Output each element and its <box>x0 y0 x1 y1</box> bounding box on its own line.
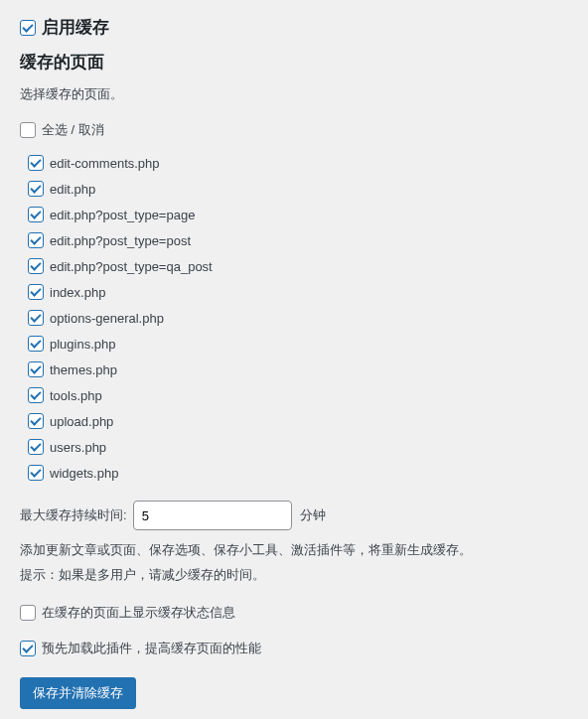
select-all-label: 全选 / 取消 <box>42 121 104 139</box>
page-item-label: index.php <box>50 285 105 300</box>
page-item-label: edit-comments.php <box>50 156 160 171</box>
cached-pages-description: 选择缓存的页面。 <box>20 85 568 103</box>
preload-label: 预先加载此插件，提高缓存页面的性能 <box>42 640 261 657</box>
cached-pages-title: 缓存的页面 <box>20 51 568 73</box>
duration-unit: 分钟 <box>300 506 326 524</box>
select-all-checkbox[interactable] <box>20 122 36 138</box>
page-item-label: widgets.php <box>50 466 118 481</box>
enable-cache-label: 启用缓存 <box>42 16 109 39</box>
page-item-label: edit.php?post_type=page <box>50 208 195 222</box>
page-item-checkbox[interactable] <box>28 258 44 274</box>
show-status-label: 在缓存的页面上显示缓存状态信息 <box>42 604 235 622</box>
page-item-checkbox[interactable] <box>28 207 44 222</box>
page-item-label: edit.php?post_type=qa_post <box>50 259 213 274</box>
page-item-checkbox[interactable] <box>28 439 44 455</box>
hint-line-1: 添加更新文章或页面、保存选项、保存小工具、激活插件等，将重新生成缓存。 <box>20 540 568 561</box>
page-item-checkbox[interactable] <box>28 413 44 429</box>
hint-line-2: 提示：如果是多用户，请减少缓存的时间。 <box>20 565 568 586</box>
page-item-checkbox[interactable] <box>28 465 44 481</box>
page-item-label: edit.php <box>50 182 95 197</box>
save-button[interactable]: 保存并清除缓存 <box>20 677 136 709</box>
page-item-checkbox[interactable] <box>28 387 44 403</box>
page-item-label: tools.php <box>50 388 102 403</box>
page-item-label: users.php <box>50 440 106 455</box>
page-item-checkbox[interactable] <box>28 181 44 197</box>
page-item-label: upload.php <box>50 414 113 429</box>
page-item-checkbox[interactable] <box>28 361 44 377</box>
preload-checkbox[interactable] <box>20 641 36 656</box>
page-item-label: plugins.php <box>50 337 116 352</box>
page-item-checkbox[interactable] <box>28 232 44 248</box>
page-item-label: edit.php?post_type=post <box>50 233 191 248</box>
page-item-checkbox[interactable] <box>28 310 44 326</box>
pages-list: edit-comments.phpedit.phpedit.php?post_t… <box>28 155 568 481</box>
page-item-label: themes.php <box>50 362 117 377</box>
show-status-checkbox[interactable] <box>20 605 36 621</box>
duration-input[interactable] <box>133 501 292 530</box>
page-item-checkbox[interactable] <box>28 155 44 171</box>
enable-cache-checkbox[interactable] <box>20 20 36 36</box>
page-item-label: options-general.php <box>50 311 164 326</box>
page-item-checkbox[interactable] <box>28 336 44 352</box>
page-item-checkbox[interactable] <box>28 284 44 300</box>
duration-label: 最大缓存持续时间: <box>20 506 127 524</box>
